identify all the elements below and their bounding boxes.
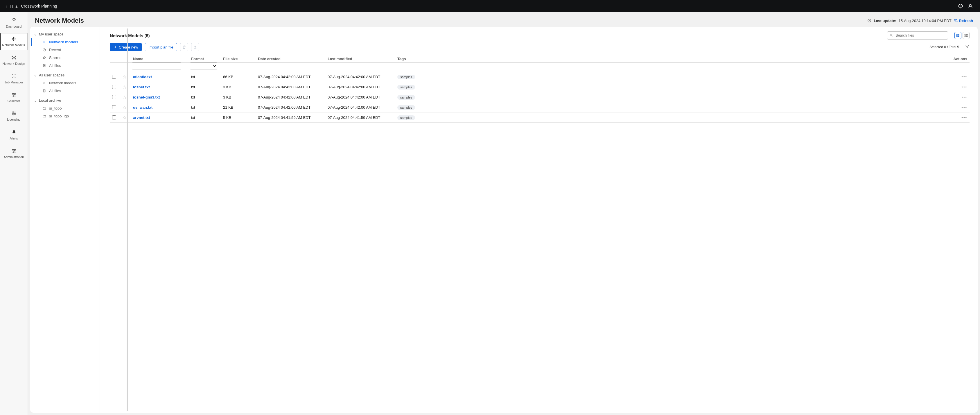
row-checkbox[interactable] — [112, 95, 116, 99]
svg-point-21 — [13, 149, 13, 150]
create-new-button[interactable]: Create new — [110, 43, 142, 51]
file-name-link[interactable]: iosnet.txt — [133, 85, 150, 89]
tree-group-header[interactable]: ⌄All user spaces — [31, 71, 96, 79]
svg-point-23 — [13, 152, 14, 153]
name-filter-input[interactable] — [132, 62, 181, 69]
file-name-link[interactable]: xrvnet.txt — [133, 115, 150, 120]
row-checkbox[interactable] — [112, 115, 116, 120]
tree-item-starred[interactable]: Starred — [31, 54, 96, 62]
table-row: ☆ us_wan.txt txt 21 KB 07-Aug-2024 04:42… — [110, 102, 970, 112]
nav-alerts[interactable]: Alerts — [0, 126, 28, 143]
svg-point-33 — [956, 36, 957, 37]
row-checkbox[interactable] — [112, 105, 116, 109]
view-list-button[interactable] — [955, 32, 961, 39]
nav-dashboard[interactable]: Dashboard — [0, 14, 28, 31]
model-icon — [42, 40, 46, 44]
search-input[interactable] — [895, 33, 945, 38]
nav-label: Network Design — [3, 62, 25, 65]
svg-point-22 — [14, 150, 15, 151]
col-name[interactable]: Name — [132, 54, 190, 62]
search-icon — [890, 34, 893, 37]
app-title: Crosswork Planning — [21, 4, 57, 8]
cell-format: txt — [190, 103, 222, 112]
nav-label: Collector — [8, 99, 20, 102]
tree-item-label: Network models — [49, 81, 76, 85]
tree-item-network-models[interactable]: Network models — [31, 38, 96, 46]
list-icon — [956, 34, 960, 37]
import-plan-label: Import plan file — [148, 45, 173, 49]
col-size[interactable]: File size — [222, 54, 257, 62]
col-tags[interactable]: Tags — [396, 54, 454, 62]
tree-item-sr_topo_igp[interactable]: sr_topo_igp — [31, 112, 96, 120]
row-menu-button[interactable]: ••• — [960, 93, 970, 101]
tree-item-all-files[interactable]: All files — [31, 87, 96, 95]
panel-resize-handle[interactable] — [127, 29, 128, 411]
col-modified[interactable]: Last modified ↓ — [326, 54, 396, 62]
nav-network-models[interactable]: Network Models — [0, 33, 28, 50]
nav-collector[interactable]: Collector — [0, 89, 28, 106]
clock-icon — [867, 19, 871, 23]
user-icon[interactable] — [966, 1, 975, 11]
star-toggle[interactable]: ☆ — [123, 85, 127, 89]
svg-point-32 — [956, 35, 957, 35]
funnel-icon — [965, 44, 970, 49]
cisco-bars-icon — [5, 4, 18, 8]
star-toggle[interactable]: ☆ — [123, 95, 127, 100]
format-filter-select[interactable] — [190, 62, 217, 69]
network-models-icon — [11, 36, 16, 42]
tree-panel: ⌄My user spaceNetwork modelsRecentStarre… — [30, 27, 100, 413]
row-menu-button[interactable]: ••• — [960, 83, 970, 91]
col-actions: Actions — [952, 54, 970, 62]
row-menu-button[interactable]: ••• — [960, 113, 970, 122]
tree-item-network-models[interactable]: Network models — [31, 79, 96, 87]
row-menu-button[interactable]: ••• — [960, 103, 970, 112]
help-icon[interactable] — [956, 1, 966, 11]
tree-group-header[interactable]: ⌄Local archive — [31, 96, 96, 104]
col-created[interactable]: Date created — [257, 54, 326, 62]
work-panel: Network Models (5) — [102, 27, 978, 413]
view-grid-button[interactable] — [963, 32, 970, 39]
create-new-label: Create new — [119, 45, 138, 49]
svg-point-16 — [14, 94, 15, 95]
col-format[interactable]: Format — [190, 54, 222, 62]
page-title: Network Models — [35, 17, 84, 24]
star-toggle[interactable]: ☆ — [123, 105, 127, 110]
filter-button[interactable] — [965, 44, 970, 50]
nav-licensing[interactable]: Licensing — [0, 107, 28, 124]
tree-item-label: Starred — [49, 56, 62, 60]
cell-created: 07-Aug-2024 04:42:00 AM EDT — [257, 73, 326, 81]
nav-administration[interactable]: Administration — [0, 145, 28, 162]
file-name-link[interactable]: atlantic.txt — [133, 75, 152, 79]
svg-point-4 — [13, 39, 14, 40]
tag-chip: samples — [397, 75, 415, 79]
nav-job-manager[interactable]: Job Manager — [0, 70, 28, 87]
cell-size: 21 KB — [222, 103, 257, 112]
svg-rect-35 — [966, 34, 967, 35]
cell-size: 3 KB — [222, 83, 257, 91]
tree-item-sr_topo[interactable]: sr_topo — [31, 104, 96, 112]
job-manager-icon — [12, 73, 16, 79]
file-name-link[interactable]: us_wan.txt — [133, 105, 153, 110]
cisco-logo — [5, 4, 18, 8]
tag-chip: samples — [397, 115, 415, 120]
row-menu-button[interactable]: ••• — [960, 73, 970, 81]
sort-desc-icon: ↓ — [353, 57, 355, 61]
top-bar: Crosswork Planning — [0, 0, 980, 12]
tree-group-header[interactable]: ⌄My user space — [31, 30, 96, 38]
cell-modified: 07-Aug-2024 04:42:00 AM EDT — [326, 93, 396, 101]
last-update-value: 15-Aug-2024 10:14:04 PM EDT — [898, 19, 951, 23]
tree-item-all-files[interactable]: All files — [31, 62, 96, 69]
svg-point-15 — [13, 93, 13, 94]
star-toggle[interactable]: ☆ — [123, 115, 127, 120]
nav-network-design[interactable]: Network Design — [0, 52, 28, 69]
refresh-button[interactable]: Refresh — [954, 19, 973, 23]
file-name-link[interactable]: iosnet-gns3.txt — [133, 95, 160, 99]
row-checkbox[interactable] — [112, 85, 116, 89]
tree-item-recent[interactable]: Recent — [31, 46, 96, 54]
import-plan-button[interactable]: Import plan file — [145, 43, 177, 51]
search-box[interactable] — [887, 31, 948, 40]
tree-item-label: Recent — [49, 48, 61, 52]
table-filter-row — [110, 62, 970, 72]
row-checkbox[interactable] — [112, 75, 116, 79]
star-toggle[interactable]: ☆ — [123, 74, 127, 79]
